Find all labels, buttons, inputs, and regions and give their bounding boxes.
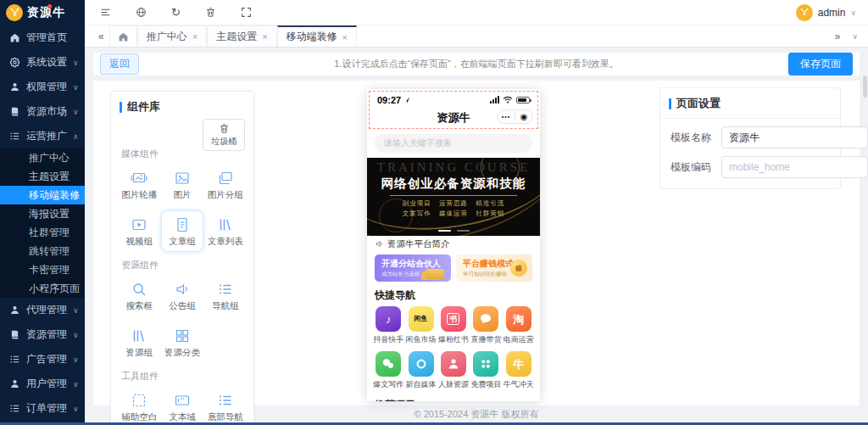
component-image-carousel[interactable]: 图片轮播 — [118, 164, 161, 205]
cow-icon: 牛 — [506, 351, 531, 377]
sidebar-subitem-community[interactable]: 社群管理 — [0, 223, 85, 242]
location-arrow-icon — [403, 97, 410, 103]
close-icon[interactable]: × — [342, 32, 348, 42]
more-dots-icon[interactable]: ••• — [498, 114, 515, 120]
sidebar-subitem-cardkey[interactable]: 卡密管理 — [0, 260, 85, 279]
main-content: 返回 1.设计完成后点击“保存页面”，在前端端页面下拉刷新即可看到效果。 保存页… — [85, 48, 868, 425]
carousel-icon — [131, 170, 147, 187]
quick-nav-xianyu[interactable]: 闲鱼闲鱼市场 — [404, 306, 437, 345]
sidebar-subitem-theme-settings[interactable]: 主题设置 — [0, 167, 85, 186]
footer-copyright: © 2015-2024 资源牛 版权所有 — [85, 408, 868, 421]
banner-tags-row2: 文案写作 媒体运营 社群营销 — [367, 209, 540, 219]
trash-drop-zone[interactable]: 垃圾桶 — [203, 119, 245, 151]
decorate-toolbar: 返回 1.设计完成后点击“保存页面”，在前端端页面下拉刷新即可看到效果。 保存页… — [93, 53, 860, 75]
grid-dots-icon — [473, 351, 498, 377]
vertical-scrollbar[interactable] — [863, 75, 867, 98]
quick-nav-contacts[interactable]: 人脉资源 — [437, 351, 470, 390]
component-image-group[interactable]: 图片分组 — [203, 164, 247, 205]
tiktok-music-icon: ♪ — [376, 306, 401, 332]
sidebar-item-orders[interactable]: 订单管理∨ — [0, 396, 85, 421]
quick-nav-redbook[interactable]: 书爆粉红书 — [437, 306, 470, 345]
sidebar-item-market[interactable]: 资源市场∨ — [0, 99, 85, 124]
home-icon — [9, 32, 20, 43]
fullscreen-icon[interactable] — [241, 7, 252, 18]
component-image[interactable]: 图片 — [161, 164, 204, 205]
sidebar-subitem-redirect[interactable]: 跳转管理 — [0, 242, 85, 260]
quick-nav-title: 快捷导航 — [367, 283, 540, 306]
ring-icon — [409, 351, 434, 377]
close-icon[interactable]: × — [192, 31, 198, 42]
save-page-button[interactable]: 保存页面 — [788, 53, 853, 75]
template-name-input[interactable] — [721, 126, 868, 148]
phone-notice-bar[interactable]: 资源牛平台简介 — [367, 236, 540, 252]
article-list-icon — [217, 216, 234, 233]
component-article-group[interactable]: 文章组 — [161, 210, 204, 252]
component-nav-group[interactable]: 导航组 — [203, 275, 247, 316]
quick-nav-ecommerce[interactable]: 淘电商运营 — [503, 306, 535, 345]
taobao-icon: 淘 — [506, 306, 531, 332]
user-menu[interactable]: admin ∨ — [796, 4, 868, 21]
phone-search-bar[interactable]: 请输入关键字搜索 — [375, 134, 532, 153]
quick-nav-cow[interactable]: 牛牛气冲天 — [503, 351, 535, 390]
person-icon — [441, 351, 466, 377]
sidebar-item-dashboard[interactable]: 管理首页 — [0, 25, 85, 50]
component-video-group[interactable]: 视频组 — [118, 210, 161, 252]
chat-bubble-icon — [473, 306, 498, 332]
sidebar-item-operations[interactable]: 运营推广∧ — [0, 124, 85, 148]
red-book-icon: 书 — [441, 306, 466, 332]
quick-nav-writing[interactable]: 爆文写作 — [372, 351, 404, 390]
top-header: ↻ admin ∨ — [85, 0, 868, 25]
quick-nav-douyin[interactable]: ♪抖音快手 — [372, 306, 404, 345]
tabs-scroll-left[interactable]: « — [93, 31, 109, 42]
user-icon — [9, 378, 20, 389]
exit-target-icon[interactable]: ◉ — [515, 113, 532, 121]
sidebar-item-system[interactable]: 系统设置∨ — [0, 50, 85, 75]
component-resource-category[interactable]: 资源分类 — [161, 322, 204, 363]
sidebar-item-agents[interactable]: 代理管理∨ — [0, 298, 85, 322]
tab-promo-center[interactable]: 推广中心× — [137, 25, 207, 47]
refresh-icon[interactable]: ↻ — [171, 7, 181, 18]
sidebar-subitem-poster-settings[interactable]: 海报设置 — [0, 204, 85, 223]
chevron-down-icon: ∨ — [850, 8, 856, 17]
username: admin — [818, 7, 846, 19]
sidebar-item-ads[interactable]: 广告管理∨ — [0, 347, 85, 372]
clear-cache-trash-icon[interactable] — [205, 7, 216, 18]
sidebar-subitem-mobile-decorate[interactable]: 移动端装修 — [0, 186, 85, 204]
component-notice-group[interactable]: 公告组 — [161, 275, 204, 316]
chevron-up-icon: ∧ — [73, 132, 79, 141]
gear-icon — [9, 57, 20, 68]
quick-nav-free[interactable]: 免费项目 — [470, 351, 502, 390]
sidebar-subitem-miniprogram[interactable]: 小程序页面 — [0, 279, 85, 298]
image-group-icon — [217, 170, 234, 187]
tabs-menu-chevron-icon[interactable]: ∨ — [852, 32, 858, 41]
back-button[interactable]: 返回 — [100, 53, 139, 75]
gold-coin-icon: 赚 — [510, 260, 527, 277]
app-logo[interactable]: 资源牛 — [0, 0, 85, 25]
close-icon[interactable]: × — [262, 31, 267, 42]
component-search-box[interactable]: 搜索框 — [118, 275, 161, 316]
tab-home[interactable] — [109, 25, 137, 47]
promo-earn-card[interactable]: 平台赚钱模式 学习知识轻松赚钱 赚 — [456, 254, 532, 282]
chevron-down-icon: ∨ — [73, 59, 79, 67]
promo-partner-card[interactable]: 开通分站合伙人 成为站长当老板 — [375, 254, 451, 282]
book-icon — [9, 329, 20, 340]
sidebar-item-resources[interactable]: 资源管理∨ — [0, 322, 85, 347]
sidebar-subitem-promo-center[interactable]: 推广中心 — [0, 148, 85, 167]
chevron-down-icon: ∨ — [73, 355, 79, 364]
collapse-menu-icon[interactable] — [100, 7, 111, 18]
template-code-input[interactable] — [721, 156, 868, 178]
tab-theme-settings[interactable]: 主题设置× — [207, 25, 276, 47]
language-globe-icon[interactable] — [136, 7, 147, 18]
component-resource-group[interactable]: 资源组 — [118, 322, 161, 363]
quick-nav-live[interactable]: 直播带货 — [470, 306, 502, 345]
tabs-scroll-right[interactable]: » — [835, 31, 841, 42]
phone-banner-carousel[interactable]: TRAINING COURSE 网络创业必备资源和技能 副业项目 运营思路 精准… — [367, 158, 540, 236]
sidebar-item-users[interactable]: 用户管理∨ — [0, 372, 85, 396]
sidebar-item-permissions[interactable]: 权限管理∨ — [0, 75, 85, 99]
phone-nav-bar[interactable]: 资源牛 ••• ◉ — [367, 107, 540, 128]
quick-nav-newmedia[interactable]: 新自媒体 — [404, 351, 437, 390]
component-article-list[interactable]: 文章列表 — [203, 210, 247, 252]
list-icon — [9, 403, 20, 414]
tab-mobile-decorate[interactable]: 移动端装修× — [277, 25, 357, 47]
toolbar-tip: 1.设计完成后点击“保存页面”，在前端端页面下拉刷新即可看到效果。 — [93, 58, 860, 70]
